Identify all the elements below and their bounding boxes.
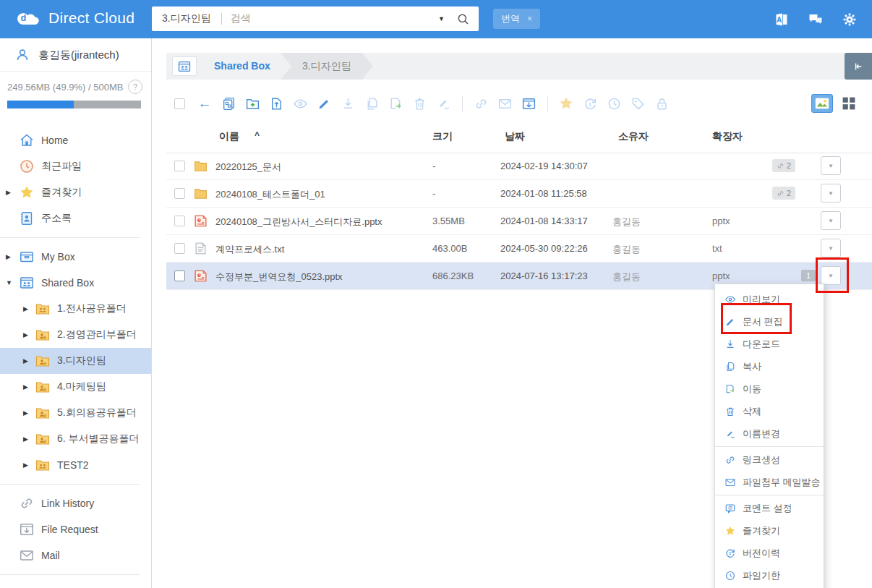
favorite-button[interactable] <box>557 95 575 111</box>
sidebar-folder-2[interactable]: ▶ 2.경영관리부폴더 <box>0 322 151 348</box>
sidebar-folder-1[interactable]: ▶ 1.전사공유폴더 <box>0 296 151 322</box>
sidebar-item-file-request[interactable]: File Request <box>0 516 151 542</box>
upload-button[interactable] <box>268 96 285 111</box>
expand-arrow-icon[interactable]: ▶ <box>23 409 32 417</box>
menu-item-delete[interactable]: 삭제 <box>715 400 824 422</box>
file-name[interactable]: 계약프로세스.txt <box>215 243 284 256</box>
sidebar-item-link-history[interactable]: Link History <box>0 490 151 516</box>
menu-item-rename[interactable]: 이름변경 <box>715 422 824 445</box>
storage-help-icon[interactable]: ? <box>128 80 142 94</box>
menu-item-mail-attach[interactable]: 파일첨부 메일발송 <box>715 471 824 493</box>
create-link-button[interactable] <box>472 96 490 111</box>
search-scope-caret-icon[interactable]: ▼ <box>438 15 445 22</box>
select-all-checkbox[interactable] <box>174 98 185 109</box>
file-request-button[interactable] <box>520 96 537 111</box>
sidebar-item-contacts[interactable]: 주소록 <box>0 205 151 231</box>
menu-item-preview[interactable]: 미리보기 <box>715 288 824 310</box>
row-checkbox[interactable] <box>174 216 185 226</box>
new-folder-button[interactable] <box>244 96 261 111</box>
menu-item-file-expiry[interactable]: 파일기한 <box>715 564 824 587</box>
mail-attach-button[interactable] <box>496 96 513 111</box>
search-bar[interactable]: 3.디자인팀 검색 ▼ <box>152 7 479 31</box>
link-count-badge[interactable]: 2 <box>772 187 795 200</box>
sidebar-folder-3-selected[interactable]: ▶ 3.디자인팀 <box>0 348 151 374</box>
menu-item-create-link[interactable]: 링크생성 <box>715 448 824 471</box>
table-row[interactable]: 20240108_테스트폴더_01 - 2024-01-08 11:25:58 … <box>166 180 872 208</box>
menu-item-favorite[interactable]: 즐겨찾기 <box>715 519 824 542</box>
breadcrumb-root[interactable]: Shared Box <box>214 53 270 80</box>
expand-arrow-icon[interactable]: ▶ <box>6 253 14 260</box>
column-header-ext[interactable]: 확장자 <box>712 130 743 143</box>
preview-button[interactable] <box>291 96 309 111</box>
file-name[interactable]: 20240108_그린방사서_스터디자료.pptx <box>215 216 382 229</box>
copy-button[interactable] <box>363 96 380 111</box>
back-button[interactable]: ← <box>196 95 213 111</box>
column-header-owner[interactable]: 소유자 <box>618 130 649 143</box>
version-history-button[interactable] <box>581 96 599 111</box>
row-menu-button[interactable]: ▼ <box>821 239 841 257</box>
grid-view-icon[interactable] <box>840 95 858 112</box>
expand-arrow-icon[interactable]: ▶ <box>23 331 32 338</box>
menu-item-copy[interactable]: 복사 <box>715 355 824 378</box>
tag-button[interactable] <box>629 96 646 111</box>
move-button[interactable] <box>387 96 404 111</box>
expand-arrow-icon[interactable]: ▶ <box>23 305 32 312</box>
column-header-date[interactable]: 날짜 <box>505 130 525 143</box>
collapse-panel-button[interactable] <box>845 53 872 80</box>
user-profile[interactable]: 홍길동(jirantech) <box>0 38 151 72</box>
sidebar-item-trash[interactable]: Trash <box>0 581 151 588</box>
row-menu-button[interactable]: ▼ <box>821 211 841 230</box>
row-menu-button-open[interactable]: ▼ <box>821 266 841 285</box>
table-row[interactable]: 20220125_문서 - 2024-02-19 14:30:07 2 ▼ <box>166 153 872 180</box>
expand-arrow-icon[interactable]: ▶ <box>23 383 32 391</box>
menu-item-download[interactable]: 다운로드 <box>715 333 824 355</box>
menu-item-comment[interactable]: 코멘트 설정 <box>715 497 824 519</box>
expand-arrow-icon[interactable]: ▶ <box>23 357 32 365</box>
file-name[interactable]: 수정부분_번역요청_0523.pptx <box>215 270 343 284</box>
sidebar-folder-6[interactable]: ▶ 6. 부서별공용폴더 <box>0 426 151 452</box>
breadcrumb-current[interactable]: 3.디자인팀 <box>281 53 373 80</box>
sidebar-folder-4[interactable]: ▶ 4.마케팅팀 <box>0 374 151 400</box>
sidebar-folder-test2[interactable]: ▶ TEST2 <box>0 452 151 478</box>
file-name[interactable]: 20240108_테스트폴더_01 <box>215 188 325 201</box>
translate-icon[interactable] <box>774 12 790 27</box>
row-checkbox[interactable] <box>174 188 185 199</box>
expand-arrow-icon[interactable]: ▶ <box>23 435 32 443</box>
translate-filter-chip[interactable]: 번역 × <box>493 9 540 29</box>
menu-item-version-history[interactable]: 버전이력 <box>715 542 824 564</box>
sidebar-item-home[interactable]: Home <box>0 127 151 153</box>
app-logo[interactable]: Direct Cloud <box>16 9 134 27</box>
row-checkbox[interactable] <box>174 161 185 171</box>
sidebar-item-sharedbox[interactable]: ▼ Shared Box <box>0 270 151 296</box>
expand-arrow-icon[interactable]: ▶ <box>6 189 14 196</box>
delete-button[interactable] <box>411 96 428 111</box>
rename-button[interactable] <box>435 96 452 111</box>
row-checkbox[interactable] <box>174 243 185 254</box>
lock-button[interactable] <box>653 96 670 111</box>
search-input[interactable]: 검색 <box>222 12 438 25</box>
column-header-name[interactable]: 이름 <box>219 130 239 143</box>
table-row[interactable]: 20240108_그린방사서_스터디자료.pptx 3.55MB 2024-01… <box>166 208 872 235</box>
sidebar-item-favorites[interactable]: ▶ 즐겨찾기 <box>0 179 151 205</box>
thumbnail-view-button[interactable] <box>811 94 833 113</box>
search-icon[interactable] <box>456 12 470 26</box>
paste-clipboard-button[interactable] <box>220 96 237 111</box>
sidebar-item-recent[interactable]: 최근파일 <box>0 153 151 179</box>
sort-asc-icon[interactable]: ^ <box>255 130 260 140</box>
sidebar-item-mail[interactable]: Mail <box>0 542 151 568</box>
search-scope-selector[interactable]: 3.디자인팀 <box>152 12 221 25</box>
edit-button[interactable] <box>315 96 333 111</box>
chat-icon[interactable] <box>808 12 824 27</box>
file-expiry-button[interactable] <box>605 96 623 111</box>
sidebar-item-mybox[interactable]: ▶ My Box <box>0 244 151 270</box>
sidebar-folder-5[interactable]: ▶ 5.회의용공유폴더 <box>0 400 151 426</box>
menu-item-edit-document[interactable]: 문서 편집 <box>715 310 824 333</box>
file-name[interactable]: 20220125_문서 <box>215 161 281 174</box>
expand-arrow-icon[interactable]: ▶ <box>23 461 32 469</box>
link-count-badge[interactable]: 2 <box>772 159 795 172</box>
row-checkbox[interactable] <box>174 270 185 281</box>
menu-item-move[interactable]: 이동 <box>715 378 824 400</box>
table-row[interactable]: 계약프로세스.txt 463.00B 2024-05-30 09:22:26 홍… <box>166 235 872 263</box>
row-menu-button[interactable]: ▼ <box>821 156 841 175</box>
chip-close-icon[interactable]: × <box>527 14 532 24</box>
